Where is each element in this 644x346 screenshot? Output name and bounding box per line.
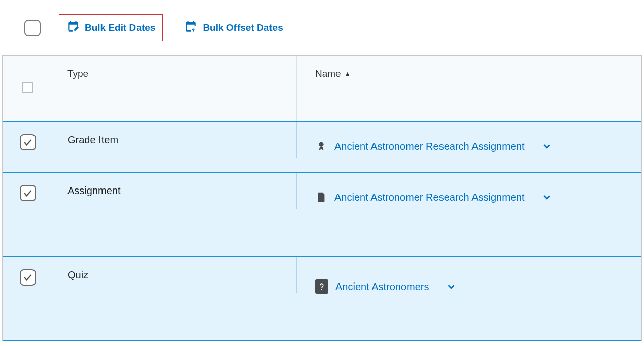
type-column-label: Type [67, 68, 88, 79]
item-name-link[interactable]: Ancient Astronomers [335, 281, 429, 293]
sort-ascending-icon: ▲ [344, 70, 351, 78]
type-cell: Quiz [67, 269, 88, 281]
row-checkbox[interactable] [20, 134, 36, 150]
name-column-label: Name ▲ [315, 68, 351, 79]
calendar-offset-icon [184, 20, 197, 36]
manage-dates-panel: Bulk Edit Dates Bulk Offset Dates Type N… [0, 0, 644, 346]
table-row: Assignment Ancient Astronomer Research A… [3, 173, 641, 257]
chevron-down-icon[interactable] [446, 281, 457, 292]
table-row: Quiz Ancient Astronomers [3, 257, 641, 341]
type-cell: Grade Item [67, 134, 118, 146]
header-type-cell[interactable]: Type [53, 56, 297, 121]
ribbon-icon [315, 140, 327, 152]
chevron-down-icon[interactable] [541, 141, 552, 152]
header-select-all-checkbox[interactable] [22, 82, 33, 93]
item-name-link[interactable]: Ancient Astronomer Research Assignment [334, 141, 525, 152]
question-icon [315, 279, 328, 294]
bulk-offset-dates-button[interactable]: Bulk Offset Dates [177, 15, 290, 41]
table-header-row: Type Name ▲ [3, 56, 641, 122]
bulk-offset-label: Bulk Offset Dates [202, 22, 283, 34]
toolbar: Bulk Edit Dates Bulk Offset Dates [0, 0, 644, 55]
bulk-edit-label: Bulk Edit Dates [85, 22, 155, 34]
header-name-cell[interactable]: Name ▲ [297, 56, 641, 121]
bulk-edit-dates-button[interactable]: Bulk Edit Dates [59, 14, 163, 41]
dates-table: Type Name ▲ Grade Item [2, 55, 642, 341]
header-checkbox-cell [3, 56, 53, 121]
type-cell: Assignment [67, 185, 121, 197]
document-icon [315, 191, 327, 203]
row-checkbox[interactable] [20, 269, 36, 286]
chevron-down-icon[interactable] [541, 192, 552, 203]
row-checkbox[interactable] [20, 185, 36, 201]
select-all-checkbox[interactable] [24, 20, 41, 36]
svg-point-0 [319, 142, 323, 147]
table-row: Grade Item Ancient Astronomer Research A… [3, 122, 641, 173]
calendar-edit-icon [66, 20, 80, 36]
item-name-link[interactable]: Ancient Astronomer Research Assignment [334, 192, 525, 203]
